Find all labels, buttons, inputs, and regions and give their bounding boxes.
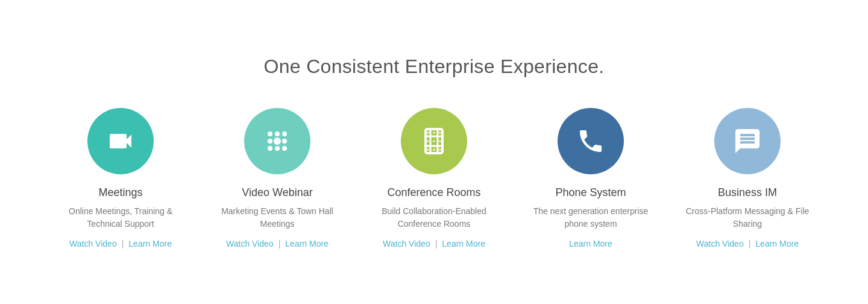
learn-more-link[interactable]: Learn More	[285, 239, 329, 249]
learn-more-link[interactable]: Learn More	[442, 239, 485, 249]
svg-point-18	[433, 140, 435, 142]
link-divider: |	[278, 239, 281, 249]
svg-point-20	[439, 131, 441, 133]
feature-icon-circle	[714, 108, 781, 174]
watch-video-link[interactable]: Watch Video	[383, 239, 430, 249]
svg-point-21	[439, 140, 441, 142]
feature-icon-circle	[244, 108, 310, 174]
svg-point-0	[274, 138, 281, 145]
svg-point-5	[275, 131, 280, 136]
feature-icon-circle	[558, 108, 624, 174]
feature-title: Meetings	[98, 186, 142, 199]
link-divider: |	[435, 239, 438, 249]
feature-links: Learn More	[569, 239, 612, 249]
feature-icon-circle	[401, 108, 467, 174]
svg-point-7	[268, 139, 272, 144]
page-title: One Consistent Enterprise Experience.	[263, 55, 604, 78]
svg-point-19	[433, 148, 435, 150]
features-grid: Meetings Online Meetings, Training & Tec…	[42, 108, 826, 249]
svg-point-17	[433, 131, 435, 133]
feature-title: Phone System	[555, 186, 626, 199]
link-divider: |	[749, 239, 751, 249]
svg-point-6	[275, 146, 280, 151]
feature-title: Business IM	[718, 186, 777, 199]
feature-description: The next generation enterprise phone sys…	[524, 205, 657, 230]
feature-description: Cross-Platform Messaging & File Sharing	[681, 205, 814, 230]
feature-description: Marketing Events & Town Hall Meetings	[211, 205, 344, 230]
feature-item: Meetings Online Meetings, Training & Tec…	[42, 108, 199, 249]
watch-video-link[interactable]: Watch Video	[69, 239, 117, 249]
feature-title: Video Webinar	[242, 186, 312, 199]
svg-point-14	[427, 131, 429, 133]
feature-links: Watch Video | Learn More	[226, 239, 329, 249]
feature-item: Business IM Cross-Platform Messaging & F…	[669, 108, 826, 249]
feature-item: Conference Rooms Build Collaboration-Ena…	[356, 108, 512, 249]
feature-icon-circle	[87, 108, 154, 174]
watch-video-link[interactable]: Watch Video	[696, 239, 744, 249]
svg-point-16	[427, 148, 429, 150]
feature-links: Watch Video | Learn More	[383, 239, 485, 249]
watch-video-link[interactable]: Watch Video	[226, 239, 274, 249]
learn-more-link[interactable]: Learn More	[569, 239, 612, 249]
learn-more-link[interactable]: Learn More	[755, 239, 799, 249]
feature-title: Conference Rooms	[387, 186, 480, 199]
feature-description: Online Meetings, Training & Technical Su…	[54, 205, 187, 230]
svg-point-4	[282, 146, 287, 151]
svg-point-3	[268, 146, 272, 151]
svg-point-1	[268, 131, 272, 136]
svg-point-15	[427, 140, 429, 142]
feature-item: Video Webinar Marketing Events & Town Ha…	[199, 108, 356, 249]
feature-links: Watch Video | Learn More	[69, 239, 172, 249]
svg-point-8	[282, 139, 287, 144]
svg-point-2	[282, 131, 287, 136]
feature-description: Build Collaboration-Enabled Conference R…	[368, 205, 500, 230]
feature-links: Watch Video | Learn More	[696, 239, 799, 249]
feature-item: Phone System The next generation enterpr…	[512, 108, 669, 249]
link-divider: |	[122, 239, 124, 249]
svg-point-22	[439, 148, 441, 150]
learn-more-link[interactable]: Learn More	[128, 239, 172, 249]
